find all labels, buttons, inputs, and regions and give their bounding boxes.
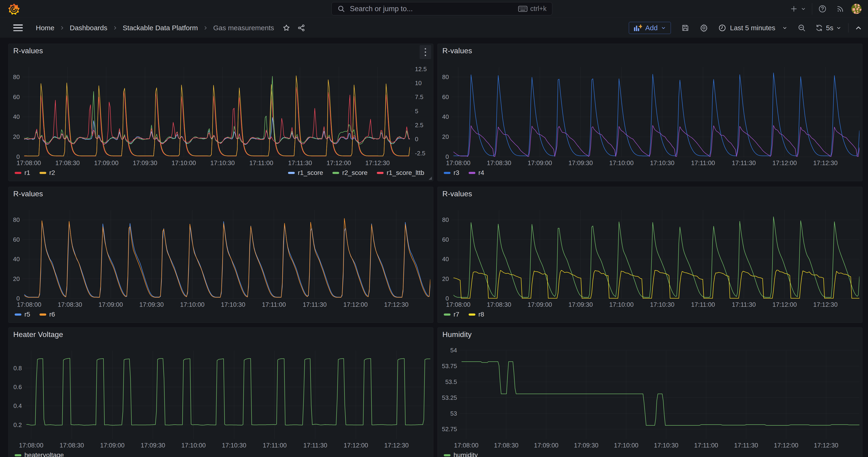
- grafana-logo[interactable]: [8, 3, 19, 14]
- help-button[interactable]: [818, 5, 827, 13]
- breadcrumb: Home Dashboards Stackable Data Platform …: [36, 24, 274, 32]
- legend-swatch: [469, 172, 475, 174]
- x-tick-label: 17:08:30: [60, 442, 84, 449]
- x-tick-label: 17:08:30: [55, 159, 80, 166]
- legend-label: r1_score: [298, 169, 323, 177]
- x-tick-label: 17:09:00: [534, 442, 558, 449]
- legend-item-humidity[interactable]: humidity: [444, 451, 478, 457]
- y-tick-label: 60: [13, 236, 20, 243]
- y2-tick-label: -2.5: [415, 150, 425, 157]
- breadcrumb-home[interactable]: Home: [36, 24, 54, 32]
- time-range-picker[interactable]: Last 5 minutes: [718, 24, 787, 32]
- timeseries-chart[interactable]: 17:08:0017:08:3017:09:0017:09:3017:10:00…: [9, 44, 433, 181]
- timeseries-chart[interactable]: 17:08:0017:08:3017:09:0017:09:3017:10:00…: [9, 187, 433, 323]
- x-tick-label: 17:11:00: [694, 442, 718, 449]
- panel-title[interactable]: Humidity: [442, 330, 472, 339]
- search-box[interactable]: Search or jump to... ctrl+k: [332, 2, 552, 16]
- y-tick-label: 80: [13, 73, 20, 81]
- dashboard-settings-button[interactable]: [700, 24, 708, 32]
- legend-group-right: r1_scorer2_scorer1_score_lttb: [279, 169, 424, 177]
- legend-label: humidity: [454, 451, 478, 457]
- search-shortcut: ctrl+k: [518, 5, 547, 12]
- chevron-down-icon: [661, 25, 666, 30]
- y-tick-label: 0: [17, 295, 20, 302]
- y-tick-label: 53.25: [442, 394, 457, 401]
- menu-toggle-button[interactable]: [13, 24, 23, 31]
- legend-item-r2[interactable]: r2: [39, 169, 55, 177]
- legend-label: r7: [454, 311, 459, 318]
- avatar[interactable]: [851, 4, 862, 14]
- x-tick-label: 17:10:00: [609, 301, 634, 308]
- timeseries-chart[interactable]: 17:08:0017:08:3017:09:0017:09:3017:10:00…: [438, 187, 862, 323]
- panel-title[interactable]: R-values: [13, 189, 43, 198]
- x-tick-label: 17:10:30: [210, 159, 235, 166]
- graph-bar-add-icon: [634, 24, 642, 32]
- y2-tick-label: 5: [415, 108, 418, 115]
- panel-resize-handle[interactable]: [429, 177, 432, 180]
- legend-item-r2_score[interactable]: r2_score: [333, 169, 368, 177]
- collapse-toolbar-button[interactable]: [855, 24, 862, 32]
- panel-r-values-2: 17:08:0017:08:3017:09:0017:09:3017:10:00…: [437, 44, 862, 181]
- timeseries-chart[interactable]: 17:08:0017:08:3017:09:0017:09:3017:10:00…: [438, 328, 862, 457]
- y-tick-label: 53.5: [445, 378, 457, 385]
- series-r2: [24, 76, 410, 156]
- legend-item-r7[interactable]: r7: [444, 311, 459, 318]
- dashboard-toolbar: Home Dashboards Stackable Data Platform …: [0, 18, 868, 38]
- search-icon: [337, 5, 345, 13]
- panel-title[interactable]: R-values: [13, 47, 43, 55]
- add-panel-button[interactable]: Add: [629, 22, 671, 34]
- new-menu-button[interactable]: [790, 5, 806, 12]
- grafana-dashboard: Search or jump to... ctrl+k: [0, 0, 868, 457]
- panel-menu-button[interactable]: [420, 45, 431, 59]
- share-dashboard-button[interactable]: [297, 24, 305, 32]
- legend-swatch: [14, 454, 21, 456]
- x-tick-label: 17:11:30: [303, 442, 327, 449]
- x-tick-label: 17:08:00: [17, 159, 41, 166]
- y-tick-label: 60: [13, 93, 20, 100]
- panel-title[interactable]: R-values: [442, 189, 472, 198]
- panel-title[interactable]: Heater Voltage: [13, 330, 63, 339]
- y2-tick-label: 12.5: [415, 66, 427, 72]
- legend-item-heatervoltage[interactable]: heatervoltage: [14, 451, 64, 457]
- legend-swatch: [444, 454, 451, 456]
- legend-swatch: [377, 172, 383, 174]
- save-dashboard-button[interactable]: [681, 24, 689, 32]
- legend-item-r6[interactable]: r6: [39, 311, 55, 318]
- y2-tick-label: 10: [415, 80, 422, 87]
- legend-label: heatervoltage: [24, 451, 64, 457]
- x-tick-label: 17:10:30: [650, 159, 674, 166]
- top-navigation-bar: Search or jump to... ctrl+k: [0, 0, 868, 18]
- y-tick-label: 20: [13, 275, 20, 282]
- y-tick-label: 53.75: [442, 363, 457, 370]
- timeseries-chart[interactable]: 17:08:0017:08:3017:09:0017:09:3017:10:00…: [438, 44, 862, 181]
- x-tick-label: 17:12:30: [384, 301, 408, 308]
- news-button[interactable]: [836, 5, 844, 13]
- legend-item-r1_score_lttb[interactable]: r1_score_lttb: [377, 169, 424, 177]
- legend-group-left: r7r8: [444, 311, 494, 318]
- legend-item-r5[interactable]: r5: [14, 311, 30, 318]
- y-tick-label: 0.8: [13, 365, 22, 372]
- breadcrumb-folder[interactable]: Stackable Data Platform: [123, 24, 198, 32]
- dashboard-grid: 17:08:0017:08:3017:09:0017:09:3017:10:00…: [0, 38, 868, 457]
- refresh-picker[interactable]: 5s: [815, 24, 841, 32]
- legend-swatch: [444, 172, 451, 174]
- legend-group-left: r3r4: [444, 169, 494, 177]
- x-tick-label: 17:08:30: [487, 301, 511, 308]
- legend-item-r1_score[interactable]: r1_score: [288, 169, 323, 177]
- add-button-label: Add: [645, 24, 658, 32]
- y-tick-label: 0: [445, 295, 449, 302]
- legend-item-r8[interactable]: r8: [469, 311, 484, 318]
- panel-title[interactable]: R-values: [442, 47, 472, 55]
- star-dashboard-button[interactable]: [282, 24, 290, 32]
- y-tick-label: 52.75: [442, 426, 457, 433]
- y2-tick-label: 7.5: [415, 93, 423, 100]
- legend-item-r3[interactable]: r3: [444, 169, 459, 177]
- breadcrumb-dashboards[interactable]: Dashboards: [70, 24, 107, 32]
- timeseries-chart[interactable]: 17:08:0017:08:3017:09:0017:09:3017:10:00…: [9, 328, 433, 457]
- x-tick-label: 17:12:30: [365, 159, 390, 166]
- x-tick-label: 17:09:30: [133, 159, 157, 166]
- legend-item-r4[interactable]: r4: [469, 169, 484, 177]
- zoom-out-button[interactable]: [798, 24, 806, 32]
- x-tick-label: 17:10:30: [654, 442, 678, 449]
- legend-item-r1[interactable]: r1: [14, 169, 30, 177]
